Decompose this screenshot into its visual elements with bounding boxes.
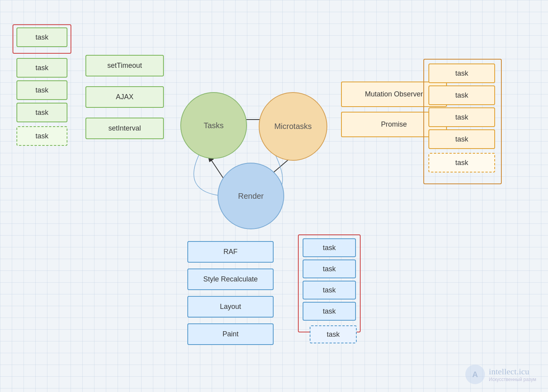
watermark-logo-text: A (472, 370, 478, 379)
task-label-5: task (35, 132, 48, 140)
tasks-circle-label: Tasks (203, 121, 223, 130)
bottom-task-2: task (303, 260, 356, 278)
paint-box: Paint (187, 323, 274, 345)
bottom-task-4: task (303, 302, 356, 321)
right-task-label-5: task (455, 159, 468, 167)
bottom-task-label-1: task (323, 244, 336, 252)
right-task-1: task (428, 64, 495, 83)
watermark: A intellect.icu Искусственный разум (465, 365, 536, 384)
right-task-2: task (428, 85, 495, 105)
style-recalculate-box: Style Recalculate (187, 269, 274, 290)
task-box-left-3: task (16, 80, 67, 100)
right-task-label-1: task (455, 69, 468, 78)
setinterval-label: setInterval (108, 124, 141, 132)
watermark-logo: A (465, 365, 485, 384)
bottom-task-3: task (303, 281, 356, 299)
style-recalculate-label: Style Recalculate (203, 275, 258, 283)
task-label-3: task (35, 86, 48, 94)
task-box-left-1: task (16, 27, 67, 47)
task-label-4: task (35, 109, 48, 117)
promise-label: Promise (381, 120, 407, 129)
right-task-4: task (428, 129, 495, 149)
paint-label: Paint (222, 330, 238, 338)
task-box-left-2: task (16, 58, 67, 78)
watermark-sub: Искусственный разум (489, 377, 536, 382)
right-task-3: task (428, 107, 495, 127)
task-box-left-4: task (16, 103, 67, 122)
task-label-1: task (35, 33, 48, 42)
bottom-task-dashed-label: task (327, 330, 339, 339)
canvas: task task task task task setTimeout AJAX… (0, 0, 548, 392)
watermark-text-block: intellect.icu Искусственный разум (489, 367, 536, 382)
raf-label: RAF (223, 248, 238, 256)
bottom-task-label-3: task (323, 286, 336, 294)
microtasks-circle: Microtasks (259, 92, 327, 161)
task-box-left-5: task (16, 126, 67, 146)
layout-label: Layout (220, 303, 241, 311)
layout-box: Layout (187, 296, 274, 318)
settimeout-label: setTimeout (107, 62, 142, 70)
watermark-name: intellect.icu (489, 367, 536, 377)
task-label-2: task (35, 64, 48, 72)
bottom-task-dashed: task (310, 325, 357, 343)
right-task-label-2: task (455, 91, 468, 100)
setinterval-box: setInterval (85, 118, 164, 139)
tasks-circle: Tasks (180, 92, 247, 159)
render-circle: Render (218, 163, 284, 229)
bottom-task-label-2: task (323, 265, 336, 273)
right-task-label-4: task (455, 135, 468, 143)
raf-box: RAF (187, 241, 274, 263)
bottom-task-1: task (303, 238, 356, 257)
microtasks-circle-label: Microtasks (274, 122, 312, 131)
mutation-observer-label: Mutation Observer (365, 90, 423, 98)
bottom-task-label-4: task (323, 307, 336, 316)
render-circle-label: Render (238, 192, 264, 201)
right-task-5: task (428, 153, 495, 172)
right-task-label-3: task (455, 113, 468, 122)
settimeout-box: setTimeout (85, 55, 164, 76)
ajax-label: AJAX (116, 93, 133, 101)
ajax-box: AJAX (85, 86, 164, 108)
